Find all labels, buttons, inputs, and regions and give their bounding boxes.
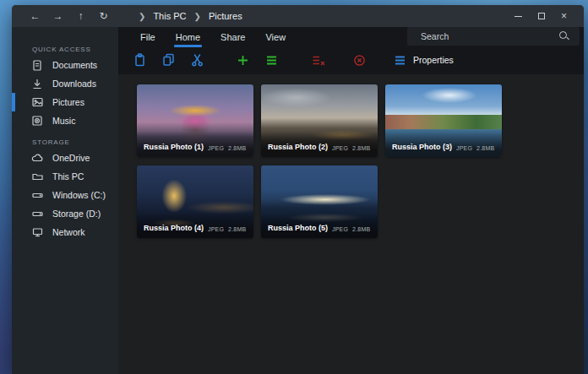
file-label: Russia Photo (5) JPEG 2.8MB — [261, 213, 378, 238]
file-card-russia-photo-4[interactable]: Russia Photo (4) JPEG 2.8MB — [137, 165, 253, 238]
file-label: Russia Photo (1) JPEG 2.8MB — [137, 132, 253, 157]
file-label: Russia Photo (2) JPEG 2.8MB — [261, 132, 378, 157]
breadcrumb-this-pc[interactable]: This PC — [153, 11, 186, 21]
sidebar-item-windows-c[interactable]: Windows (C:) — [12, 186, 118, 204]
select-list-icon[interactable] — [257, 49, 286, 71]
tab-file[interactable]: File — [130, 27, 166, 47]
file-name: Russia Photo (2) — [268, 143, 328, 151]
sidebar-item-downloads[interactable]: Downloads — [12, 74, 118, 93]
cloud-icon — [31, 152, 43, 164]
file-size: 2.8MB — [228, 145, 246, 151]
minimize-icon — [514, 16, 522, 17]
sidebar-item-label: Windows (C:) — [52, 190, 106, 200]
window-controls: × — [507, 5, 575, 27]
pc-icon — [31, 171, 43, 182]
sidebar-item-label: Network — [52, 227, 85, 237]
chevron-right-icon: ❯ — [139, 12, 145, 21]
file-size: 2.8MB — [476, 145, 494, 151]
tab-share[interactable]: Share — [210, 27, 255, 47]
sidebar: QUICK ACCESS Documents Downloads — [12, 27, 118, 374]
file-type: JPEG — [208, 226, 224, 232]
search-icon[interactable] — [556, 27, 573, 46]
sidebar-item-label: This PC — [52, 171, 84, 182]
paste-icon[interactable] — [125, 49, 154, 71]
sidebar-item-storage-d[interactable]: Storage (D:) — [12, 204, 118, 223]
titlebar: ← → ↑ ↻ ❯ This PC ❯ Pictures × — [12, 5, 584, 27]
sidebar-item-documents[interactable]: Documents — [12, 56, 118, 74]
download-icon — [31, 78, 43, 89]
file-card-russia-photo-3[interactable]: Russia Photo (3) JPEG 2.8MB — [385, 84, 502, 157]
sidebar-item-network[interactable]: Network — [12, 223, 118, 241]
file-label: Russia Photo (4) JPEG 2.8MB — [137, 213, 253, 238]
new-item-icon[interactable] — [228, 49, 257, 71]
sidebar-item-pictures[interactable]: Pictures — [12, 93, 118, 111]
back-icon[interactable]: ← — [24, 5, 46, 27]
file-type: JPEG — [456, 145, 472, 151]
up-icon[interactable]: ↑ — [69, 5, 92, 27]
properties-button[interactable]: Properties — [392, 49, 454, 71]
toolbar: Properties — [118, 47, 584, 73]
file-name: Russia Photo (5) — [268, 224, 328, 232]
sidebar-item-label: Music — [52, 116, 75, 126]
file-card-russia-photo-2[interactable]: Russia Photo (2) JPEG 2.8MB — [261, 84, 378, 157]
search-box — [407, 27, 580, 46]
sidebar-item-label: Downloads — [52, 79, 96, 89]
sidebar-item-label: Documents — [52, 60, 97, 70]
file-card-russia-photo-1[interactable]: Russia Photo (1) JPEG 2.8MB — [137, 84, 253, 157]
storage-list: OneDrive This PC Windows (C:) — [12, 149, 118, 241]
chevron-right-icon: ❯ — [194, 12, 201, 21]
sidebar-item-this-pc[interactable]: This PC — [12, 167, 118, 186]
file-card-russia-photo-5[interactable]: Russia Photo (5) JPEG 2.8MB — [261, 165, 378, 238]
sidebar-item-label: Storage (D:) — [52, 209, 101, 219]
section-title-storage: STORAGE — [12, 137, 118, 149]
properties-icon — [392, 49, 407, 71]
close-button[interactable]: × — [553, 5, 575, 27]
breadcrumb-pictures[interactable]: Pictures — [209, 11, 242, 21]
file-name: Russia Photo (1) — [144, 143, 204, 151]
refresh-icon[interactable]: ↻ — [92, 5, 115, 27]
quick-access-list: Documents Downloads Pictures — [12, 56, 118, 130]
properties-label: Properties — [413, 55, 454, 65]
search-input[interactable] — [407, 31, 556, 41]
copy-icon[interactable] — [154, 49, 182, 71]
tab-view[interactable]: View — [255, 27, 296, 47]
file-size: 2.8MB — [228, 226, 246, 232]
ribbon: File Home Share View — [118, 27, 584, 74]
right-pane: File Home Share View — [118, 27, 584, 374]
tab-home[interactable]: Home — [166, 27, 210, 47]
file-explorer-window: ← → ↑ ↻ ❯ This PC ❯ Pictures × QUICK ACC… — [12, 5, 584, 374]
file-type: JPEG — [332, 226, 348, 232]
sidebar-item-label: Pictures — [52, 97, 84, 107]
picture-icon — [31, 96, 43, 108]
file-label: Russia Photo (3) JPEG 2.8MB — [385, 132, 502, 157]
forward-icon[interactable]: → — [46, 5, 69, 27]
file-name: Russia Photo (3) — [392, 143, 452, 151]
section-title-quick-access: QUICK ACCESS — [12, 44, 118, 56]
maximize-icon — [538, 13, 545, 19]
nav-buttons: ← → ↑ ↻ — [24, 5, 115, 27]
sidebar-item-label: OneDrive — [52, 153, 90, 163]
sidebar-item-music[interactable]: Music — [12, 111, 118, 130]
drive-icon — [31, 208, 43, 220]
file-size: 2.8MB — [352, 145, 370, 151]
delete-icon[interactable] — [345, 49, 373, 71]
file-size: 2.8MB — [352, 226, 370, 232]
breadcrumb: ❯ This PC ❯ Pictures — [139, 11, 242, 21]
music-icon — [31, 115, 43, 127]
minimize-button[interactable] — [507, 5, 530, 27]
file-type: JPEG — [208, 145, 224, 151]
file-type: JPEG — [332, 145, 348, 151]
file-grid: Russia Photo (1) JPEG 2.8MB Russia Photo… — [118, 74, 584, 374]
network-icon — [31, 226, 43, 238]
maximize-button[interactable] — [530, 5, 553, 27]
file-name: Russia Photo (4) — [144, 224, 204, 232]
drive-icon — [31, 189, 43, 201]
remove-list-icon[interactable] — [304, 49, 333, 71]
document-icon — [31, 59, 43, 71]
cut-icon[interactable] — [182, 49, 211, 71]
sidebar-item-onedrive[interactable]: OneDrive — [12, 149, 118, 167]
